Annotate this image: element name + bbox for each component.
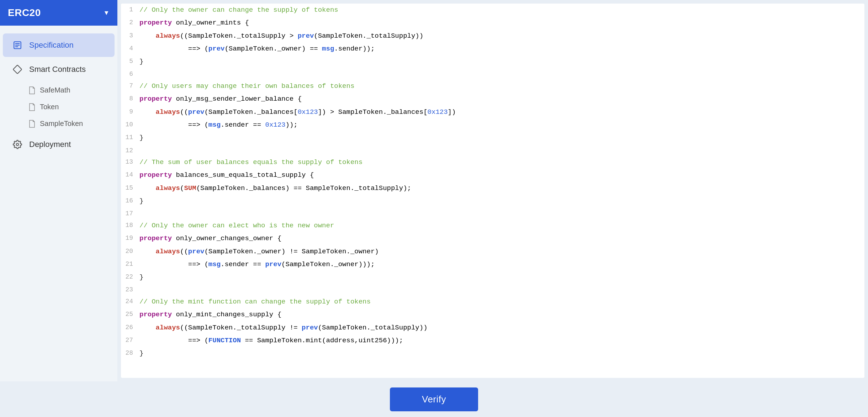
code-line-4: 4 ==> (prev(SampleToken._owner) == msg.s… xyxy=(121,42,864,55)
code-line-26: 26 always((SampleToken._totalSupply != p… xyxy=(121,321,864,334)
sidebar-item-label-specification: Specification xyxy=(29,41,74,50)
subitem-label-sampletoken: SampleToken xyxy=(40,120,83,128)
code-line-28: 28 } xyxy=(121,347,864,360)
code-editor[interactable]: 1 // Only the owner can change the suppl… xyxy=(121,4,864,378)
line-num-26: 26 xyxy=(121,321,139,334)
line-content-24: // Only the mint function can change the… xyxy=(139,295,864,308)
line-content-7: // Only users may change their own balan… xyxy=(139,80,864,93)
sidebar-subitem-token[interactable]: Token xyxy=(25,99,117,115)
code-line-19: 19 property only_owner_changes_owner { xyxy=(121,232,864,245)
line-num-2: 2 xyxy=(121,16,139,29)
sidebar-subitem-sampletoken[interactable]: SampleToken xyxy=(25,115,117,132)
subitem-label-safemath: SafeMath xyxy=(40,86,70,94)
line-num-24: 24 xyxy=(121,295,139,308)
sidebar-nav: Specification Smart Contracts xyxy=(0,26,117,381)
line-content-8: property only_msg_sender_lower_balance { xyxy=(139,93,864,105)
project-title: ERC20 xyxy=(8,7,41,19)
line-content-10: ==> (msg.sender == 0x123)); xyxy=(139,118,864,131)
line-num-28: 28 xyxy=(121,347,139,360)
code-panel: 1 // Only the owner can change the suppl… xyxy=(121,4,864,378)
line-content-27: ==> (FUNCTION == SampleToken.mint(addres… xyxy=(139,334,864,347)
line-num-17: 17 xyxy=(121,207,139,219)
line-content-15: always(SUM(SampleToken._balances) == Sam… xyxy=(139,182,864,195)
line-num-1: 1 xyxy=(121,4,139,16)
line-num-8: 8 xyxy=(121,93,139,105)
code-line-12: 12 xyxy=(121,144,864,156)
line-content-11: } xyxy=(139,131,864,144)
code-line-2: 2 property only_owner_mints { xyxy=(121,16,864,29)
line-num-10: 10 xyxy=(121,118,139,131)
code-line-13: 13 // The sum of user balances equals th… xyxy=(121,156,864,169)
line-num-20: 20 xyxy=(121,245,139,258)
code-line-25: 25 property only_mint_changes_supply { xyxy=(121,308,864,321)
project-dropdown[interactable]: ERC20 ▼ xyxy=(0,0,117,26)
line-num-7: 7 xyxy=(121,80,139,93)
line-num-13: 13 xyxy=(121,156,139,169)
code-line-10: 10 ==> (msg.sender == 0x123)); xyxy=(121,118,864,131)
line-num-14: 14 xyxy=(121,169,139,181)
line-content-22: } xyxy=(139,271,864,284)
line-num-9: 9 xyxy=(121,106,139,118)
file-icon-safemath xyxy=(28,86,36,94)
line-content-4: ==> (prev(SampleToken._owner) == msg.sen… xyxy=(139,42,864,55)
code-line-20: 20 always((prev(SampleToken._owner) != S… xyxy=(121,245,864,258)
line-num-6: 6 xyxy=(121,68,139,80)
svg-point-5 xyxy=(16,143,19,146)
code-line-5: 5 } xyxy=(121,55,864,68)
code-line-11: 11 } xyxy=(121,131,864,144)
code-line-21: 21 ==> (msg.sender == prev(SampleToken._… xyxy=(121,258,864,271)
line-content-25: property only_mint_changes_supply { xyxy=(139,308,864,321)
verify-button[interactable]: Verify xyxy=(390,387,478,411)
line-content-28: } xyxy=(139,347,864,360)
code-line-15: 15 always(SUM(SampleToken._balances) == … xyxy=(121,182,864,195)
bottom-bar: Verify xyxy=(0,381,868,417)
code-line-3: 3 always((SampleToken._totalSupply > pre… xyxy=(121,30,864,42)
line-content-6 xyxy=(139,68,864,80)
main-layout: ERC20 ▼ Specification xyxy=(0,0,868,381)
code-line-24: 24 // Only the mint function can change … xyxy=(121,295,864,308)
line-content-1: // Only the owner can change the supply … xyxy=(139,4,864,16)
line-content-23 xyxy=(139,284,864,295)
spec-icon xyxy=(12,40,23,51)
code-line-14: 14 property balances_sum_equals_total_su… xyxy=(121,169,864,181)
line-content-14: property balances_sum_equals_total_suppl… xyxy=(139,169,864,181)
line-num-27: 27 xyxy=(121,334,139,347)
sidebar-item-specification[interactable]: Specification xyxy=(3,33,115,57)
code-line-18: 18 // Only the owner can elect who is th… xyxy=(121,219,864,232)
diamond-icon xyxy=(12,64,23,75)
line-num-4: 4 xyxy=(121,42,139,55)
line-num-21: 21 xyxy=(121,258,139,271)
line-content-20: always((prev(SampleToken._owner) != Samp… xyxy=(139,245,864,258)
line-content-26: always((SampleToken._totalSupply != prev… xyxy=(139,321,864,334)
code-line-1: 1 // Only the owner can change the suppl… xyxy=(121,4,864,16)
code-line-23: 23 xyxy=(121,284,864,295)
line-num-3: 3 xyxy=(121,30,139,42)
chevron-down-icon: ▼ xyxy=(103,9,110,17)
line-content-19: property only_owner_changes_owner { xyxy=(139,232,864,245)
line-num-19: 19 xyxy=(121,232,139,245)
line-content-9: always((prev(SampleToken._balances[0x123… xyxy=(139,106,864,118)
sidebar-subitem-safemath[interactable]: SafeMath xyxy=(25,82,117,99)
line-content-16: } xyxy=(139,195,864,207)
sidebar-item-label-deployment: Deployment xyxy=(29,140,71,149)
gear-icon xyxy=(12,139,23,150)
line-num-22: 22 xyxy=(121,271,139,284)
code-line-8: 8 property only_msg_sender_lower_balance… xyxy=(121,93,864,105)
subitem-label-token: Token xyxy=(40,103,59,111)
line-content-5: } xyxy=(139,55,864,68)
code-line-9: 9 always((prev(SampleToken._balances[0x1… xyxy=(121,106,864,118)
sidebar-item-label-smart-contracts: Smart Contracts xyxy=(29,65,86,74)
line-content-12 xyxy=(139,144,864,156)
sidebar-item-smart-contracts[interactable]: Smart Contracts xyxy=(3,58,115,81)
line-num-23: 23 xyxy=(121,284,139,295)
line-content-18: // Only the owner can elect who is the n… xyxy=(139,219,864,232)
line-num-12: 12 xyxy=(121,144,139,156)
line-content-21: ==> (msg.sender == prev(SampleToken._own… xyxy=(139,258,864,271)
smart-contracts-subitems: SafeMath Token xyxy=(0,82,117,132)
sidebar-item-deployment[interactable]: Deployment xyxy=(3,133,115,156)
line-num-11: 11 xyxy=(121,131,139,144)
file-icon-token xyxy=(28,103,36,111)
code-line-7: 7 // Only users may change their own bal… xyxy=(121,80,864,93)
line-num-5: 5 xyxy=(121,55,139,68)
svg-rect-4 xyxy=(13,65,22,74)
